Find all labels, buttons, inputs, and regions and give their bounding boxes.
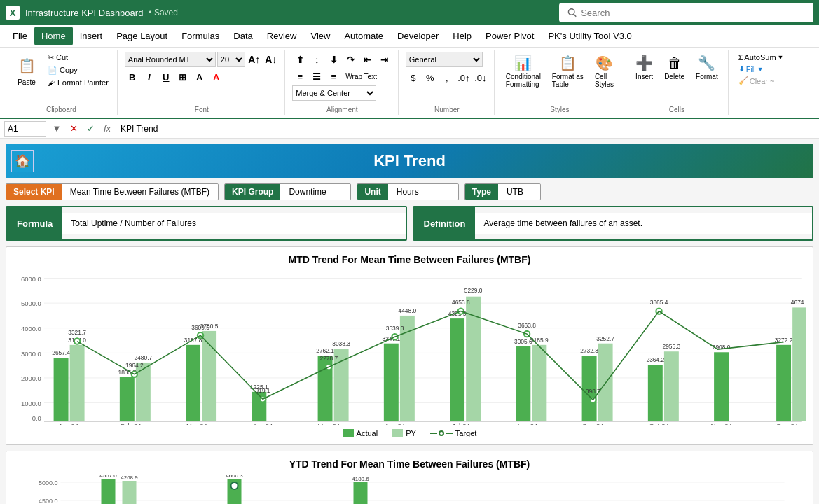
legend-target: Target xyxy=(430,429,477,438)
paste-button[interactable]: 📋 Paste xyxy=(11,52,42,89)
clear-button[interactable]: 🧹 Clear ~ xyxy=(736,75,787,87)
text-direction-button[interactable]: ↷ xyxy=(343,52,358,67)
search-input[interactable] xyxy=(581,8,805,18)
svg-text:Aug-24: Aug-24 xyxy=(516,422,537,425)
kpi-value-display[interactable]: Mean Time Between Failures (MTBF) xyxy=(62,184,218,200)
kpi-group-label: KPI Group xyxy=(225,184,280,200)
menu-insert[interactable]: Insert xyxy=(73,27,110,46)
menu-data[interactable]: Data xyxy=(226,27,259,46)
ribbon-font: Arial Rounded MT 20 A↑ A↓ B I U ⊞ A A Fo… xyxy=(119,50,285,115)
legend-target-label: Target xyxy=(455,429,477,438)
menu-automate[interactable]: Automate xyxy=(337,27,390,46)
ribbon-number: General $ % , .0↑ .0↓ Number xyxy=(400,50,495,115)
svg-text:Jul-24: Jul-24 xyxy=(452,422,470,425)
menu-formulas[interactable]: Formulas xyxy=(174,27,226,46)
align-bottom-button[interactable]: ⬇ xyxy=(326,52,341,67)
fill-button[interactable]: ⬇ Fill ▼ xyxy=(736,63,787,75)
cell-styles-button[interactable]: 🎨 CellStyles xyxy=(591,52,618,91)
unit-value[interactable]: Hours xyxy=(388,184,458,200)
svg-text:2955.3: 2955.3 xyxy=(663,343,681,350)
comma-button[interactable]: , xyxy=(439,70,455,85)
copy-button[interactable]: 📄 Copy xyxy=(45,64,111,76)
ribbon-styles: 📊 ConditionalFormatting 📋 Format asTable… xyxy=(496,50,624,115)
merge-center-select[interactable]: Merge & Center xyxy=(292,85,376,101)
decimal-increase-button[interactable]: .0↑ xyxy=(456,70,472,85)
align-middle-button[interactable]: ↕ xyxy=(309,52,324,67)
format-as-table-button[interactable]: 📋 Format asTable xyxy=(548,52,588,91)
svg-text:4000.0: 4000.0 xyxy=(21,325,41,332)
number-format-select[interactable]: General xyxy=(406,52,483,67)
wrap-text-button[interactable]: Wrap Text xyxy=(343,71,380,82)
legend-actual-label: Actual xyxy=(357,429,378,438)
svg-text:898.7: 898.7 xyxy=(586,388,600,395)
bold-button[interactable]: B xyxy=(125,69,140,85)
bar-dec-py xyxy=(792,307,806,421)
search-box[interactable] xyxy=(559,3,813,22)
decrease-font-button[interactable]: A↓ xyxy=(263,52,279,67)
formula-input[interactable] xyxy=(118,121,815,136)
fill-color-button[interactable]: A xyxy=(192,69,207,85)
menu-file[interactable]: File xyxy=(6,27,34,46)
align-center-button[interactable]: ☰ xyxy=(309,69,324,84)
svg-point-72 xyxy=(231,482,238,489)
legend-target-dot xyxy=(439,430,444,436)
menu-developer[interactable]: Developer xyxy=(390,27,446,46)
cut-button[interactable]: ✂ Cut xyxy=(45,52,111,64)
svg-point-0 xyxy=(568,9,574,15)
menu-power-pivot[interactable]: Power Pivot xyxy=(479,27,541,46)
bar-jan-actual xyxy=(54,358,69,421)
ribbon-editing: Σ AutoSum ▼ ⬇ Fill ▼ 🧹 Clear ~ xyxy=(730,50,793,115)
kpi-group-group: KPI Group Downtime xyxy=(224,183,351,200)
kpi-group-value[interactable]: Downtime xyxy=(280,184,350,200)
menu-review[interactable]: Review xyxy=(260,27,304,46)
legend-target-line xyxy=(430,433,437,434)
insert-cells-button[interactable]: ➕ Insert xyxy=(631,52,657,83)
decimal-decrease-button[interactable]: .0↓ xyxy=(473,70,488,85)
menu-home[interactable]: Home xyxy=(34,27,73,46)
menu-page-layout[interactable]: Page Layout xyxy=(109,27,174,46)
name-box-dropdown[interactable]: ▼ xyxy=(49,121,64,136)
font-size-select[interactable]: 20 xyxy=(217,52,245,67)
ytd-chart-area[interactable]: 5000.0 4500.0 4557.0 4268.9 4600.3 4180.… xyxy=(13,475,806,504)
increase-font-button[interactable]: A↑ xyxy=(247,52,262,67)
align-left-button[interactable]: ≡ xyxy=(292,69,308,84)
conditional-formatting-button[interactable]: 📊 ConditionalFormatting xyxy=(502,52,545,91)
mtd-chart-area[interactable]: 6000.0 5000.0 4000.0 3000.0 2000.0 1000.… xyxy=(13,271,806,425)
delete-cells-button[interactable]: 🗑 Delete xyxy=(660,52,689,83)
indent-decrease-button[interactable]: ⇤ xyxy=(359,52,375,67)
home-button[interactable]: 🏠 xyxy=(11,150,34,172)
ribbon-alignment: ⬆ ↕ ⬇ ↷ ⇤ ⇥ ≡ ☰ ≡ Wrap Text Merge & Cent… xyxy=(287,50,399,115)
bar-jun-actual xyxy=(384,344,399,421)
workbook-title: Infrastructure KPI Dashboard xyxy=(25,8,143,18)
cancel-formula-button[interactable]: ✕ xyxy=(66,121,81,136)
align-top-button[interactable]: ⬆ xyxy=(292,52,308,67)
legend-actual: Actual xyxy=(343,429,378,438)
italic-button[interactable]: I xyxy=(142,69,157,85)
insert-function-button[interactable]: fx xyxy=(99,121,115,136)
format-painter-button[interactable]: 🖌 Format Painter xyxy=(45,77,111,88)
autosum-button[interactable]: Σ AutoSum ▼ xyxy=(736,52,787,63)
mtd-chart-container: MTD Trend For Mean Time Between Failures… xyxy=(6,246,813,445)
indent-increase-button[interactable]: ⇥ xyxy=(376,52,392,67)
underline-button[interactable]: U xyxy=(158,69,174,85)
confirm-formula-button[interactable]: ✓ xyxy=(83,121,98,136)
percent-button[interactable]: % xyxy=(422,70,438,85)
paste-icon: 📋 xyxy=(15,55,38,77)
currency-button[interactable]: $ xyxy=(406,70,421,85)
svg-text:5000.0: 5000.0 xyxy=(39,479,58,486)
cell-reference[interactable]: A1 xyxy=(4,121,46,136)
font-name-select[interactable]: Arial Rounded MT xyxy=(125,52,216,67)
font-color-button[interactable]: A xyxy=(209,69,224,85)
align-right-button[interactable]: ≡ xyxy=(326,69,341,84)
border-button[interactable]: ⊞ xyxy=(175,69,191,85)
menu-view[interactable]: View xyxy=(303,27,337,46)
save-status: • Saved xyxy=(149,8,178,18)
format-cells-button[interactable]: 🔧 Format xyxy=(691,52,722,83)
formula-bar: A1 ▼ ✕ ✓ fx xyxy=(0,119,819,139)
type-value[interactable]: UTB xyxy=(498,184,540,200)
ribbon: 📋 Paste ✂ Cut 📄 Copy 🖌 Format Painter Cl… xyxy=(0,48,819,119)
menu-help[interactable]: Help xyxy=(446,27,479,46)
menu-utility-tool[interactable]: PK's Utility Tool V3.0 xyxy=(541,27,638,46)
bar-feb-actual xyxy=(120,377,135,421)
svg-text:3038.3: 3038.3 xyxy=(332,340,350,347)
